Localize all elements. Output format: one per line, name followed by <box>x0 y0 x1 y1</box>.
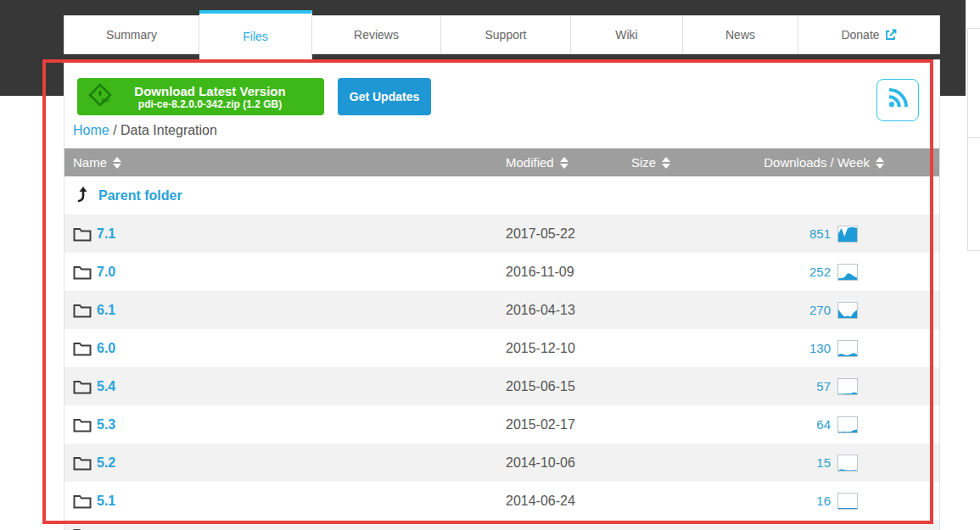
downloads-sparkline-icon[interactable] <box>837 455 858 471</box>
modified-cell: 2016-04-13 <box>506 303 631 318</box>
download-button-text: Download Latest Version pdi-ce-8.2.0.0-3… <box>113 84 307 110</box>
downloads-count: 57 <box>816 379 831 393</box>
name-cell: 6.0 <box>64 341 506 356</box>
name-cell: 5.1 <box>64 494 506 509</box>
folder-link[interactable]: 6.0 <box>97 341 115 356</box>
modified-cell: 2015-02-17 <box>506 417 631 432</box>
breadcrumb-current: Data Integration <box>120 123 217 137</box>
downloads-sparkline-icon[interactable] <box>837 340 858 357</box>
column-header-name[interactable]: Name <box>64 155 506 170</box>
breadcrumb: Home / Data Integration <box>73 123 217 138</box>
breadcrumb-home-link[interactable]: Home <box>73 123 109 137</box>
downloads-cell: 64 <box>708 416 858 433</box>
downloads-count: 130 <box>809 341 831 355</box>
table-row[interactable]: 5.1 2014-06-24 16 <box>64 482 939 520</box>
tab-label: Support <box>484 28 526 42</box>
downloads-cell: 851 <box>708 226 858 243</box>
donate-external-icon <box>885 29 897 41</box>
downloads-count: 252 <box>809 265 831 279</box>
tab-label: Reviews <box>354 28 399 42</box>
download-title: Download Latest Version <box>113 84 307 98</box>
sort-icon <box>560 157 568 169</box>
column-header-size[interactable]: Size <box>631 155 708 170</box>
downloads-cell: 57 <box>708 378 858 395</box>
table-row[interactable]: 7.1 2017-05-22 851 <box>64 215 939 253</box>
table-row[interactable]: 7.0 2016-11-09 252 <box>64 253 939 291</box>
downloads-sparkline-icon[interactable] <box>837 264 858 281</box>
tab-label: Summary <box>106 28 157 42</box>
folder-link[interactable]: 5.2 <box>97 455 115 471</box>
downloads-sparkline-icon[interactable] <box>837 493 858 510</box>
tab-reviews[interactable]: Reviews <box>312 15 441 54</box>
get-updates-button[interactable]: Get Updates <box>338 78 431 115</box>
folder-icon <box>73 417 92 432</box>
sidebar-panel-edge <box>967 250 980 251</box>
downloads-sparkline-icon[interactable] <box>837 302 858 319</box>
downloads-count: 16 <box>816 494 831 508</box>
folder-link[interactable]: 5.1 <box>97 494 115 509</box>
parent-folder-link[interactable]: Parent folder <box>98 188 182 204</box>
folder-link[interactable]: 6.1 <box>97 303 115 318</box>
table-row[interactable]: 6.0 2015-12-10 130 <box>64 329 939 367</box>
tab-files[interactable]: Files <box>199 10 312 59</box>
name-cell: 5.4 <box>64 379 506 394</box>
downloads-sparkline-icon[interactable] <box>837 416 858 433</box>
column-header-modified[interactable]: Modified <box>506 155 631 170</box>
name-cell: 7.1 <box>64 226 506 242</box>
folder-icon <box>73 265 92 280</box>
table-header: Name Modified Size Downloads / Week <box>64 148 939 176</box>
tab-news[interactable]: News <box>683 15 798 54</box>
downloads-count: 851 <box>809 226 831 241</box>
table-row-partial <box>64 520 939 530</box>
tab-donate[interactable]: Donate <box>798 15 940 54</box>
name-cell: 5.3 <box>64 417 506 432</box>
folder-icon <box>73 341 92 356</box>
name-cell: 7.0 <box>64 265 506 280</box>
name-cell: 6.1 <box>64 303 506 318</box>
table-row[interactable]: 6.1 2016-04-13 270 <box>64 291 939 329</box>
downloads-count: 15 <box>816 455 831 470</box>
modified-cell: 2015-06-15 <box>506 379 631 394</box>
folder-icon <box>73 455 92 471</box>
modified-cell: 2014-10-06 <box>506 455 631 471</box>
downloads-sparkline-icon[interactable] <box>837 378 858 395</box>
downloads-cell: 252 <box>708 264 858 281</box>
sort-icon <box>662 157 670 169</box>
modified-cell: 2016-11-09 <box>506 265 631 280</box>
folder-icon <box>73 303 92 318</box>
table-row[interactable]: 5.2 2014-10-06 15 <box>64 444 939 482</box>
parent-folder-row[interactable]: Parent folder <box>64 176 939 215</box>
folder-link[interactable]: 7.0 <box>97 265 115 280</box>
tab-support[interactable]: Support <box>441 15 571 54</box>
table-row[interactable]: 5.4 2015-06-15 57 <box>64 367 939 405</box>
tab-label: Files <box>243 30 268 43</box>
tab-wiki[interactable]: Wiki <box>571 15 683 54</box>
folder-link[interactable]: 5.3 <box>97 417 115 432</box>
svg-text:SF: SF <box>101 97 109 104</box>
download-filename: pdi-ce-8.2.0.0-342.zip (1.2 GB) <box>113 98 307 110</box>
download-latest-button[interactable]: SF Download Latest Version pdi-ce-8.2.0.… <box>77 78 324 115</box>
downloads-cell: 15 <box>708 455 858 471</box>
downloads-sparkline-icon[interactable] <box>837 226 858 243</box>
sidebar-panel-edge <box>967 28 980 29</box>
rss-feed-button[interactable] <box>876 79 919 121</box>
column-header-downloads[interactable]: Downloads / Week <box>708 155 884 170</box>
downloads-cell: 270 <box>708 302 858 319</box>
name-cell: 5.2 <box>64 455 506 471</box>
modified-cell: 2015-12-10 <box>506 341 631 356</box>
table-row[interactable]: 5.3 2015-02-17 64 <box>64 405 939 444</box>
tab-label: News <box>725 28 755 42</box>
tab-bar: SummaryFilesReviewsSupportWikiNewsDonate <box>64 10 940 59</box>
up-arrow-icon <box>75 186 90 206</box>
downloads-count: 64 <box>816 417 831 432</box>
downloads-cell: 130 <box>708 340 858 357</box>
folder-link[interactable]: 5.4 <box>97 379 115 394</box>
sourceforge-logo-icon: SF <box>87 82 113 111</box>
modified-cell: 2014-06-24 <box>506 494 631 509</box>
folder-link[interactable]: 7.1 <box>97 226 115 242</box>
tab-summary[interactable]: Summary <box>64 15 199 54</box>
sidebar-panel-edge <box>967 137 980 138</box>
downloads-count: 270 <box>809 303 831 317</box>
file-table-body: Parent folder 7.1 2017-05-22 851 7.0 201… <box>64 176 939 530</box>
sidebar-panel-edge <box>967 28 968 250</box>
